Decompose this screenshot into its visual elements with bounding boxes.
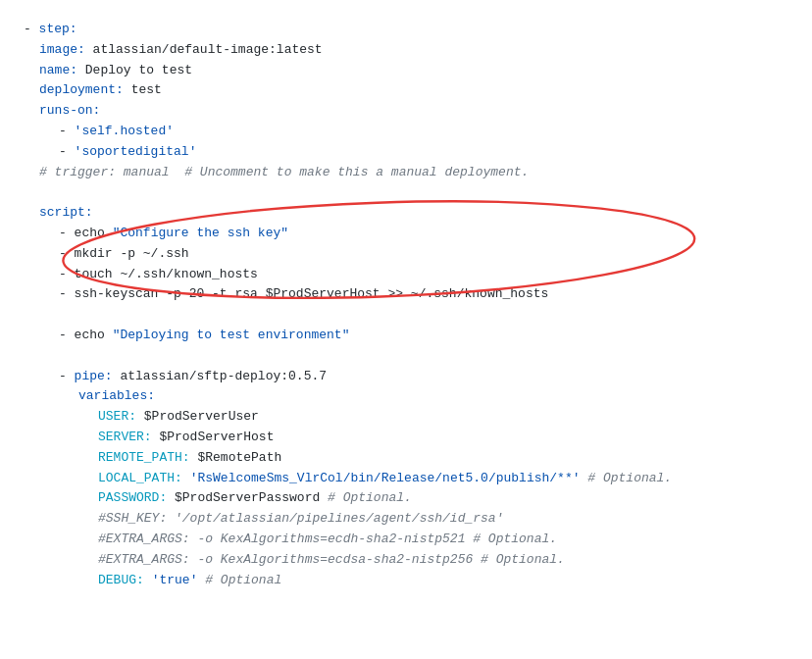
code-line-11: - mkdir -p ~/.ssh: [20, 244, 792, 265]
code-line-22: #SSH_KEY: '/opt/atlassian/pipelines/agen…: [20, 509, 792, 530]
code-line-5: runs-on:: [20, 101, 792, 122]
code-line-17: USER: $ProdServerUser: [20, 407, 792, 428]
code-line-12: - touch ~/.ssh/known_hosts: [20, 265, 792, 285]
script-section: script: - echo "Configure the ssh key" -…: [20, 203, 792, 305]
code-line-24: #EXTRA_ARGS: -o KexAlgorithms=ecdsa-sha2…: [20, 550, 792, 571]
code-line-14: - echo "Deploying to test environment": [20, 326, 792, 346]
code-line-6: - 'self.hosted': [20, 122, 792, 142]
code-line-15: - pipe: atlassian/sftp-deploy:0.5.7: [20, 367, 792, 387]
code-line-16: variables:: [20, 386, 792, 407]
code-line-13: - ssh-keyscan -p 20 -t rsa $ProdServerHo…: [20, 284, 792, 305]
code-line-blank3: [20, 346, 792, 367]
code-line-21: PASSWORD: $ProdServerPassword # Optional…: [20, 488, 792, 509]
code-line-20: LOCAL_PATH: 'RsWelcomeSms_VlrCol/bin/Rel…: [20, 469, 792, 489]
code-line-2: image: atlassian/default-image:latest: [20, 40, 792, 61]
code-line-23: #EXTRA_ARGS: -o KexAlgorithms=ecdh-sha2-…: [20, 530, 792, 550]
code-line-9: script:: [20, 203, 792, 224]
code-line-25: DEBUG: 'true' # Optional: [20, 571, 792, 591]
code-line-4: deployment: test: [20, 80, 792, 101]
code-line-10: - echo "Configure the ssh key": [20, 224, 792, 244]
code-line-blank1: [20, 182, 792, 203]
code-line-18: SERVER: $ProdServerHost: [20, 428, 792, 448]
code-line-1: - step:: [20, 20, 792, 40]
code-line-8: # trigger: manual # Uncomment to make th…: [20, 163, 792, 183]
code-line-3: name: Deploy to test: [20, 61, 792, 81]
code-line-7: - 'soportedigital': [20, 142, 792, 163]
code-line-blank2: [20, 305, 792, 326]
code-block: - step: image: atlassian/default-image:l…: [20, 10, 792, 600]
code-line-19: REMOTE_PATH: $RemotePath: [20, 448, 792, 469]
